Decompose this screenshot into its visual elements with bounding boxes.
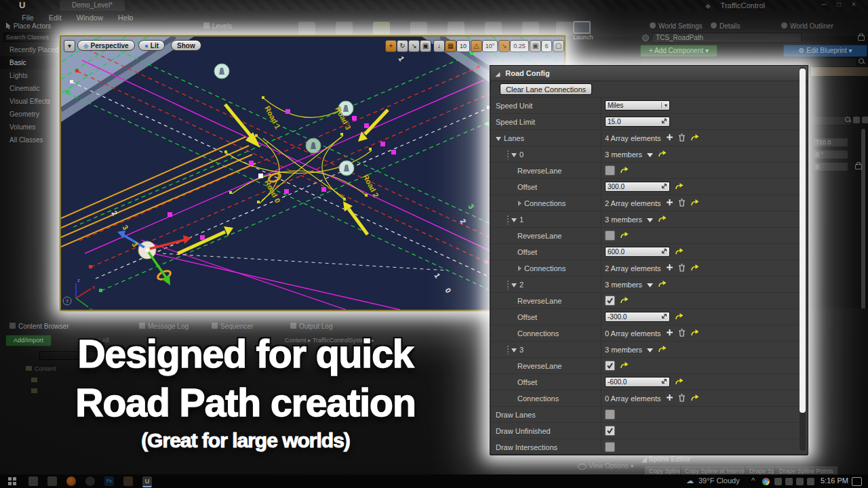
transform-field[interactable]: 0 ° [813, 150, 848, 159]
expander-open[interactable] [496, 134, 501, 142]
tray-chevron[interactable]: ^ [751, 476, 755, 485]
offset-input[interactable]: 300.0 [605, 182, 670, 192]
sidebar-item-recently-placed[interactable]: Recently Placed [0, 43, 60, 56]
grid-snap-icon[interactable]: ▦ [445, 40, 456, 52]
add-element-button[interactable] [666, 264, 673, 272]
revert-button[interactable] [690, 199, 699, 207]
scale-snap-icon[interactable]: ↘ [498, 40, 510, 52]
spline-editor-header[interactable]: ◢ Spline Editor [642, 455, 690, 463]
component-name-field[interactable]: TCS_RoadPath [652, 33, 802, 43]
toolbar-ghost-icon[interactable] [336, 22, 353, 36]
levels-tab[interactable]: Levels [203, 22, 232, 30]
revert-button[interactable] [675, 183, 684, 191]
lock-icon[interactable] [858, 35, 865, 41]
show-button[interactable]: Show [171, 40, 201, 51]
taskbar-app-icon[interactable] [85, 476, 95, 486]
expander-open[interactable] [511, 150, 517, 159]
component-radio-icon[interactable] [642, 35, 649, 41]
search-classes-input[interactable] [3, 33, 59, 42]
offset-input[interactable]: -600.0 [605, 377, 670, 387]
reverselane-checkbox[interactable] [605, 296, 615, 306]
maximize-button[interactable]: □ [833, 1, 845, 8]
draw-lanes-checkbox[interactable] [605, 409, 615, 420]
move-tool-icon[interactable]: + [385, 40, 397, 52]
surface-snap-icon[interactable]: ↓ [433, 40, 445, 52]
add-element-button[interactable] [666, 329, 673, 338]
rotation-snap-icon[interactable]: △ [471, 40, 482, 52]
delete-elements-button[interactable] [678, 394, 686, 403]
add-element-button[interactable] [666, 394, 673, 403]
coord-space-icon[interactable]: ▣ [420, 40, 431, 52]
delete-elements-button[interactable] [678, 134, 686, 143]
sidebar-item-geometry[interactable]: Geometry [0, 108, 60, 121]
revert-button[interactable] [620, 167, 629, 175]
draw-unfinished-checkbox[interactable] [605, 426, 615, 436]
revert-button[interactable] [620, 297, 629, 305]
revert-button[interactable] [658, 216, 667, 224]
delete-elements-button[interactable] [678, 264, 686, 273]
revert-button[interactable] [675, 378, 684, 386]
toolbar-ghost-icon[interactable] [448, 22, 465, 36]
firefox-icon[interactable] [66, 476, 76, 486]
reverselane-checkbox[interactable] [605, 361, 615, 371]
filter-icon[interactable] [853, 117, 860, 123]
selected-component-row[interactable] [811, 67, 868, 76]
drag-handle[interactable] [507, 345, 510, 354]
add-element-button[interactable] [666, 199, 673, 207]
expander-open[interactable] [511, 281, 517, 289]
taskbar-app-icon[interactable] [28, 476, 38, 486]
sidebar-item-cinematic[interactable]: Cinematic [0, 82, 60, 95]
unreal-taskbar-icon[interactable]: U [142, 476, 152, 487]
speed limit-input[interactable]: 15.0 [605, 117, 670, 127]
revert-button[interactable] [620, 362, 629, 370]
revert-button[interactable] [690, 134, 699, 142]
volume-icon[interactable] [807, 478, 814, 485]
speed-unit-dropdown[interactable]: Miles▾ [605, 100, 670, 110]
delete-elements-button[interactable] [678, 199, 686, 208]
maximize-viewport-icon[interactable]: ▢ [553, 40, 564, 52]
sidebar-item-all-classes[interactable]: All Classes [0, 134, 60, 146]
tab-world-outliner[interactable]: World Outliner [781, 22, 833, 30]
clock[interactable]: 5:16 PM [821, 476, 848, 485]
revert-button[interactable] [658, 346, 667, 354]
tray-icon[interactable] [774, 478, 782, 485]
revert-button[interactable] [690, 394, 699, 403]
chrome-tray-icon[interactable] [762, 478, 770, 485]
expander-closed[interactable] [517, 199, 521, 207]
taskbar-app-icon[interactable] [123, 476, 133, 486]
grid-snap-value[interactable]: 10 [456, 40, 470, 52]
notification-icon[interactable] [852, 477, 862, 486]
scale-snap-value[interactable]: 0.25 [510, 40, 529, 52]
members-dropdown[interactable] [647, 216, 653, 224]
toolbar-ghost-icon[interactable] [298, 22, 315, 36]
revert-button[interactable] [690, 264, 699, 272]
toolbar-ghost-icon[interactable] [373, 22, 390, 36]
toolbar-ghost-icon[interactable] [556, 22, 573, 36]
taskbar-app-icon[interactable] [47, 476, 57, 486]
camera-speed-value[interactable]: 6 [541, 40, 552, 52]
revert-button[interactable] [658, 150, 667, 159]
level-tab[interactable]: Demo_Level* [60, 0, 125, 11]
panel-scrollbar-thumb[interactable] [800, 68, 806, 413]
start-button[interactable] [8, 477, 16, 485]
expander-closed[interactable] [517, 264, 521, 272]
drag-handle[interactable] [507, 215, 510, 224]
rotation-snap-value[interactable]: 10° [482, 40, 498, 52]
view-options-button[interactable]: View Options ▾ [578, 462, 634, 470]
add-component-button[interactable]: + Add Component ▾ [640, 45, 717, 57]
transform-field[interactable]: 0 [813, 162, 848, 171]
rotate-tool-icon[interactable]: ↻ [397, 40, 408, 52]
clear-lane-connections-button[interactable]: Clear Lane Connections [500, 83, 592, 95]
members-dropdown[interactable] [647, 346, 653, 354]
offset-input[interactable]: -300.0 [605, 312, 670, 322]
eye-icon[interactable] [862, 117, 868, 123]
sidebar-item-lights[interactable]: Lights [0, 69, 60, 82]
road-config-header[interactable]: ◢ Road Config [490, 66, 808, 81]
revert-button[interactable] [675, 248, 684, 256]
tray-icon[interactable] [785, 478, 793, 485]
revert-button[interactable] [690, 329, 699, 338]
drag-handle[interactable] [507, 280, 510, 289]
reverselane-checkbox[interactable] [605, 230, 615, 241]
members-dropdown[interactable] [647, 150, 653, 159]
photoshop-icon[interactable]: Ps [104, 476, 114, 486]
